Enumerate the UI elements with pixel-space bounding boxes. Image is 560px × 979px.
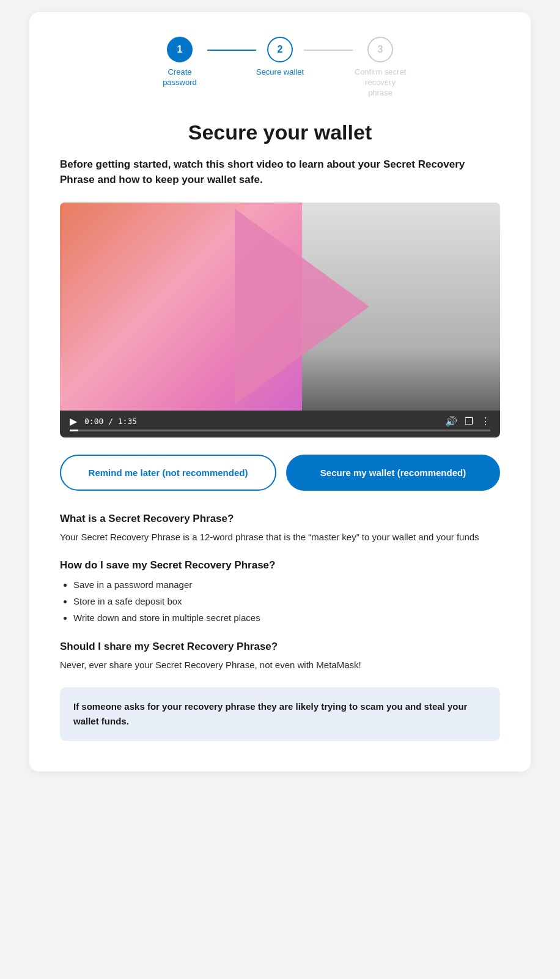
page-subtitle: Before getting started, watch this short…: [60, 157, 500, 188]
faq-2-list: Save in a password manager Store in a sa…: [60, 576, 500, 626]
main-card: 1 Create password 2 Secure wallet 3 Conf…: [29, 12, 531, 772]
video-play-button[interactable]: ▶: [70, 415, 77, 427]
warning-text: If someone asks for your recovery phrase…: [73, 699, 487, 729]
step-3-label: Confirm secret recovery phrase: [353, 67, 408, 99]
step-2-circle: 2: [267, 37, 293, 62]
step-connector-1: [207, 50, 256, 51]
step-3: 3 Confirm secret recovery phrase: [353, 37, 408, 99]
faq-2: How do I save my Secret Recovery Phrase?…: [60, 559, 500, 626]
step-1: 1 Create password: [152, 37, 207, 88]
video-player[interactable]: ▶ 0:00 / 1:35 🔊 ❐ ⋮: [60, 203, 500, 437]
video-controls: ▶ 0:00 / 1:35 🔊 ❐ ⋮: [60, 411, 500, 437]
faq-3-title: Should I share my Secret Recovery Phrase…: [60, 641, 500, 653]
step-connector-2: [304, 50, 353, 51]
video-progress-track[interactable]: [70, 430, 490, 431]
step-1-label: Create password: [152, 67, 207, 88]
step-2: 2 Secure wallet: [256, 37, 304, 78]
step-1-circle: 1: [167, 37, 193, 62]
video-icons-row: ▶ 0:00 / 1:35 🔊 ❐ ⋮: [70, 415, 490, 427]
secure-wallet-button[interactable]: Secure my wallet (recommended): [286, 455, 500, 491]
list-item: Save in a password manager: [73, 576, 500, 593]
remind-later-button[interactable]: Remind me later (not recommended): [60, 455, 276, 491]
list-item: Store in a safe deposit box: [73, 593, 500, 609]
stepper: 1 Create password 2 Secure wallet 3 Conf…: [60, 37, 500, 99]
action-buttons: Remind me later (not recommended) Secure…: [60, 455, 500, 491]
page-title: Secure your wallet: [60, 121, 500, 144]
video-progress-fill: [70, 430, 78, 431]
video-volume-icon[interactable]: 🔊: [445, 415, 457, 427]
faq-3-body: Never, ever share your Secret Recovery P…: [60, 658, 500, 672]
faq-3: Should I share my Secret Recovery Phrase…: [60, 641, 500, 672]
video-visual: [60, 203, 500, 411]
video-fullscreen-icon[interactable]: ❐: [465, 415, 473, 427]
step-2-label: Secure wallet: [256, 67, 304, 78]
list-item: Write down and store in multiple secret …: [73, 609, 500, 626]
faq-1-title: What is a Secret Recovery Phrase?: [60, 513, 500, 525]
video-play-triangle: [235, 209, 369, 404]
faq-1-body: Your Secret Recovery Phrase is a 12-word…: [60, 530, 500, 545]
video-time: 0:00 / 1:35: [84, 417, 438, 426]
warning-box: If someone asks for your recovery phrase…: [60, 687, 500, 741]
faq-1: What is a Secret Recovery Phrase? Your S…: [60, 513, 500, 545]
faq-2-title: How do I save my Secret Recovery Phrase?: [60, 559, 500, 571]
video-more-icon[interactable]: ⋮: [481, 415, 490, 427]
step-3-circle: 3: [367, 37, 393, 62]
